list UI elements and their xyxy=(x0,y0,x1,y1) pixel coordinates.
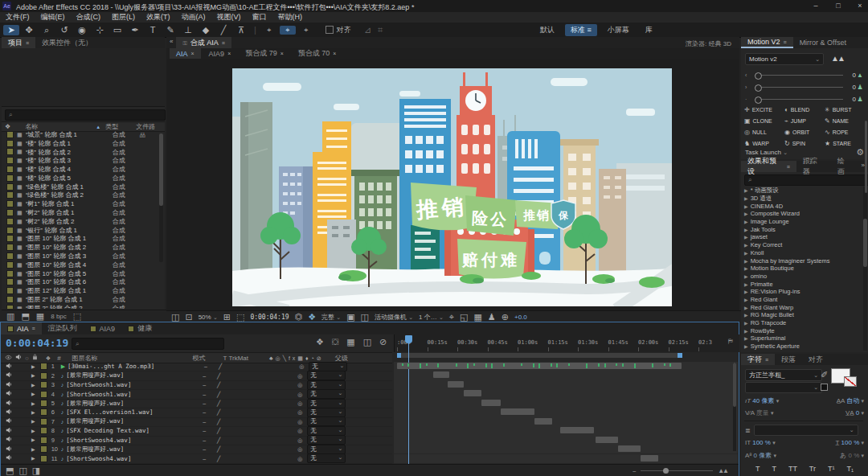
modes-toggle-icon[interactable]: ◫ xyxy=(18,466,27,475)
disclosure-arrow-icon[interactable]: ▶ xyxy=(744,320,748,326)
tab-character[interactable]: 字符≡ xyxy=(741,354,775,365)
mountains-icon[interactable]: ▲▲ xyxy=(831,54,844,63)
motion-button-excite[interactable]: ✛EXCITE xyxy=(744,106,784,113)
pan-behind-tool-icon[interactable]: ⊹ xyxy=(92,25,108,35)
layer-name[interactable]: [SFX El...oversion1.wav] xyxy=(66,408,203,416)
item-name[interactable]: “树2” 轮廓 合成 2 xyxy=(26,217,113,226)
slider-target-icon[interactable]: ▲ xyxy=(856,72,864,79)
project-bitdepth[interactable]: 8 bpc xyxy=(51,313,67,320)
parent-pickwhip-icon[interactable]: ◎ xyxy=(297,409,302,415)
disclosure-arrow-icon[interactable]: ▶ xyxy=(744,328,748,334)
composition-flowchart-icon[interactable]: ❖ xyxy=(316,338,324,347)
item-name[interactable]: “楼” 轮廓 合成 5 xyxy=(26,174,113,183)
audio-on-icon[interactable] xyxy=(6,454,12,462)
disclosure-arrow-icon[interactable]: ▶ xyxy=(744,219,748,224)
disclosure-arrow-icon[interactable]: ▶ xyxy=(744,195,748,201)
project-item[interactable]: ▦“图层 10” 轮廓 合成 6合成 xyxy=(2,278,165,287)
quality-switch[interactable]: ╱ xyxy=(217,419,220,425)
effect-category[interactable]: ▶Jak Tools xyxy=(741,225,863,233)
project-item[interactable]: ▦“楼” 轮廓 合成 5合成 xyxy=(2,174,165,183)
label-chip[interactable] xyxy=(6,174,14,182)
motion-button-blend[interactable]: ◐BLEND xyxy=(784,106,825,113)
parent-dropdown[interactable]: 无⌄ xyxy=(307,389,346,399)
label-chip[interactable] xyxy=(6,261,14,269)
frame-blend-switch[interactable]: ‒ xyxy=(203,446,206,452)
column-number[interactable]: # xyxy=(57,355,60,362)
roto-brush-tool-icon[interactable]: ╱ xyxy=(215,25,231,35)
inout-panes-icon[interactable]: ◨ xyxy=(32,466,40,475)
effect-category[interactable]: ▶3D 通道 xyxy=(741,195,863,203)
zoom-slider-knob[interactable] xyxy=(663,468,669,474)
disclosure-arrow-icon[interactable]: ▶ xyxy=(744,187,748,193)
effect-category[interactable]: ▶Red Giant xyxy=(741,296,863,304)
label-chip[interactable] xyxy=(6,227,14,234)
antialias-dropdown[interactable]: ⌄ xyxy=(754,425,858,436)
label-chip[interactable] xyxy=(40,381,47,388)
motion-button-stare[interactable]: ★STARE xyxy=(825,140,865,147)
expand-collapse-icon[interactable]: ⬒ xyxy=(6,466,14,475)
parent-pickwhip-icon[interactable]: ◎ xyxy=(299,363,304,369)
effect-category[interactable]: ▶Red Giant Warp xyxy=(741,303,863,311)
quality-switch[interactable]: ╱ xyxy=(217,373,220,379)
frame-blend-switch[interactable]: ‒ xyxy=(203,400,206,406)
pen-tool-icon[interactable]: ✒ xyxy=(127,25,143,35)
grid-guides-icon[interactable]: ⊞ xyxy=(223,313,231,322)
tab-composition-aia[interactable]: ⚿ 合成 AIA≡ xyxy=(176,37,231,48)
layer-name[interactable]: [ShortSwoosh1.wav] xyxy=(66,381,203,388)
column-mode[interactable]: 模式 xyxy=(193,354,206,363)
kerning-control[interactable]: V⁄A 度量 ▾ xyxy=(745,408,774,417)
frame-blend-switch[interactable]: ‒ xyxy=(203,419,206,425)
motion-slider[interactable] xyxy=(755,75,843,76)
exposure-value[interactable]: +0.0 xyxy=(514,314,527,321)
gear-icon[interactable]: ⚙ xyxy=(856,148,864,157)
disclosure-arrow-icon[interactable]: ▶ xyxy=(744,305,748,310)
quality-switch[interactable]: ╱ xyxy=(217,409,220,415)
menu-item-6[interactable]: 视图(V) xyxy=(211,12,247,23)
label-chip[interactable] xyxy=(6,287,14,294)
tab-effects-presets[interactable]: 效果和预设≡ xyxy=(741,161,796,172)
font-size-control[interactable]: ıT 40 像素 ▾ xyxy=(745,396,779,405)
expand-arrow-icon[interactable]: ▶ xyxy=(31,373,35,378)
tab-align[interactable]: 对齐 xyxy=(802,354,829,365)
font-family-dropdown[interactable]: 方正兰亭粗_⌄ xyxy=(745,369,822,381)
project-item[interactable]: ▦“楼” 轮廓 合成 4合成 xyxy=(2,165,165,174)
expand-arrow-icon[interactable]: ▶ xyxy=(31,447,35,452)
work-area-start-handle[interactable] xyxy=(397,353,401,358)
disclosure-arrow-icon[interactable]: ▶ xyxy=(744,211,748,216)
timeline-tab-AIA9[interactable]: AIA9 xyxy=(84,322,122,334)
tracks-scrollbar[interactable] xyxy=(733,363,736,451)
item-name[interactable]: “绿色楼” 轮廓 合成 2 xyxy=(26,191,113,199)
tab-paragraph[interactable]: 段落 xyxy=(775,354,802,365)
audio-on-icon[interactable] xyxy=(6,400,12,408)
baseline-shift-control[interactable]: Aª 0 像素 ▾ xyxy=(745,451,776,460)
grid-extra-icon[interactable]: ⌗ xyxy=(378,26,383,35)
item-name[interactable]: “楼” 轮廓 合成 4 xyxy=(26,165,113,174)
quality-switch[interactable]: ╱ xyxy=(219,363,222,369)
track-bar[interactable] xyxy=(618,445,641,452)
parent-pickwhip-icon[interactable]: ◎ xyxy=(297,428,302,433)
disclosure-arrow-icon[interactable]: ▶ xyxy=(744,273,748,279)
audio-on-icon[interactable] xyxy=(6,427,12,435)
item-name[interactable]: “楼” 轮廓 合成 3 xyxy=(26,156,113,165)
minimize-button[interactable]: – xyxy=(808,2,824,10)
item-name[interactable]: “图层 10” 轮廓 合成 3 xyxy=(26,252,113,261)
effect-category[interactable]: ▶Motion Boutique xyxy=(741,265,863,273)
parent-dropdown[interactable]: 无⌄ xyxy=(307,435,346,445)
item-name[interactable]: “树1” 轮廓 合成 1 xyxy=(26,199,113,208)
workspace-小屏幕[interactable]: 小屏幕 xyxy=(602,24,635,36)
expand-arrow-icon[interactable]: ▶ xyxy=(31,419,35,424)
exposure-reset-icon[interactable]: ⊕ xyxy=(502,313,509,322)
motion-button-null[interactable]: ◎NULL xyxy=(744,129,784,136)
disclosure-arrow-icon[interactable]: ▶ xyxy=(744,242,748,248)
close-tab-icon[interactable]: × xyxy=(280,51,284,56)
interpret-footage-icon[interactable]: ▥ xyxy=(6,312,14,321)
parent-pickwhip-icon[interactable]: ◎ xyxy=(297,446,302,452)
motion-preset-dropdown[interactable]: Motion v2⌄ xyxy=(745,53,824,65)
label-chip[interactable] xyxy=(6,278,14,285)
parent-pickwhip-icon[interactable]: ◎ xyxy=(297,400,302,406)
project-item[interactable]: ▦“图层 10” 轮廓 合成 1合成 xyxy=(2,235,165,244)
expand-arrow-icon[interactable]: ▶ xyxy=(31,429,35,433)
audio-on-icon[interactable] xyxy=(6,371,12,380)
view-axis-mode-icon[interactable]: ⌖ xyxy=(298,26,314,35)
quality-switch[interactable]: ╱ xyxy=(217,446,220,452)
